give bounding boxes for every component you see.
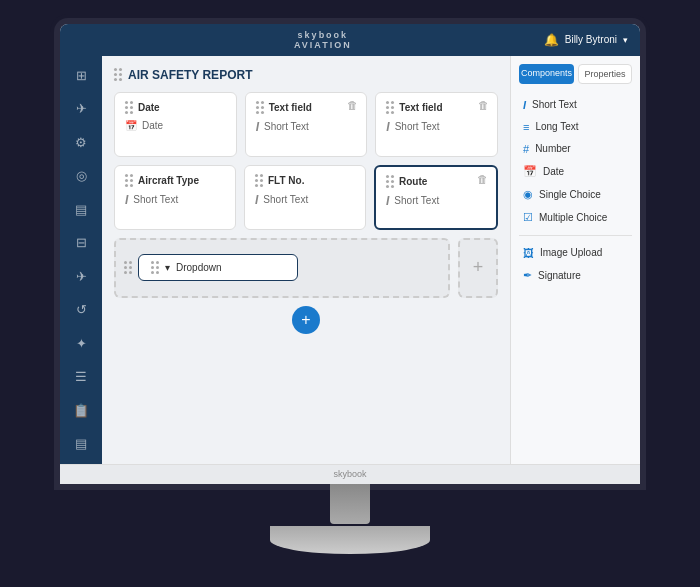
field-value-text: Short Text: [394, 195, 439, 206]
text-value-icon: I: [255, 193, 258, 207]
flt-no-field[interactable]: FLT No. I Short Text: [244, 165, 366, 230]
field-drag-handle[interactable]: [125, 174, 133, 187]
dropdown-row: ▾ Dropdown +: [114, 238, 498, 298]
stand-neck: [330, 484, 370, 524]
component-number[interactable]: # Number: [519, 138, 632, 160]
field-delete-icon[interactable]: 🗑: [347, 99, 358, 111]
user-name: Billy Bytroni: [565, 34, 617, 45]
field-drag-handle[interactable]: [386, 175, 394, 188]
monitor-stand: [270, 484, 430, 554]
field-value-text: Date: [142, 120, 163, 131]
field-title: Route: [399, 176, 427, 187]
text-field-2[interactable]: Text field 🗑 I Short Text: [375, 92, 498, 157]
panel-separator: [519, 235, 632, 236]
main-area: ⊞ ✈ ⚙ ◎ ▤ ⊟ ✈ ↺ ✦ ☰ 📋 ▤: [60, 56, 640, 464]
topbar: skybook AVIATION 🔔 Billy Bytroni ▾: [60, 24, 640, 56]
date-field[interactable]: Date 📅 Date: [114, 92, 237, 157]
component-short-text[interactable]: I Short Text: [519, 94, 632, 116]
field-delete-icon[interactable]: 🗑: [478, 99, 489, 111]
sidebar-icon-star[interactable]: ✦: [67, 332, 95, 356]
sidebar-icon-table[interactable]: ⊟: [67, 231, 95, 255]
drop-add-button[interactable]: +: [458, 238, 498, 298]
field-value-text: Short Text: [263, 194, 308, 205]
bell-icon[interactable]: 🔔: [544, 33, 559, 47]
sidebar: ⊞ ✈ ⚙ ◎ ▤ ⊟ ✈ ↺ ✦ ☰ 📋 ▤: [60, 56, 102, 464]
field-header: Route: [386, 175, 486, 188]
app-logo: skybook AVIATION: [294, 30, 352, 50]
field-title: Aircraft Type: [138, 175, 199, 186]
route-field[interactable]: Route 🗑 I Short Text: [374, 165, 498, 230]
component-label: Single Choice: [539, 189, 601, 200]
field-drag-handle[interactable]: [386, 101, 394, 114]
right-panel: Components Properties I Short Text ≡ Lon…: [510, 56, 640, 464]
monitor-screen: skybook AVIATION 🔔 Billy Bytroni ▾ ⊞ ✈ ⚙…: [60, 24, 640, 484]
sidebar-icon-paper[interactable]: ☰: [67, 365, 95, 389]
field-delete-icon[interactable]: 🗑: [477, 173, 488, 185]
text-value-icon: I: [386, 194, 389, 208]
component-label: Date: [543, 166, 564, 177]
sidebar-icon-grid[interactable]: ⊞: [67, 64, 95, 88]
sidebar-icon-docs[interactable]: ▤: [67, 198, 95, 222]
status-text: skybook: [333, 469, 366, 479]
text-field-1[interactable]: Text field 🗑 I Short Text: [245, 92, 368, 157]
sidebar-icon-settings[interactable]: ⚙: [67, 131, 95, 155]
signature-icon: ✒: [523, 269, 532, 282]
field-value: I Short Text: [255, 193, 355, 207]
date-value-icon: 📅: [125, 120, 137, 131]
tab-components[interactable]: Components: [519, 64, 574, 84]
component-signature[interactable]: ✒ Signature: [519, 264, 632, 287]
number-icon: #: [523, 143, 529, 155]
field-header: Text field: [386, 101, 487, 114]
field-value: I Short Text: [125, 193, 225, 207]
component-multiple-choice[interactable]: ☑ Multiple Choice: [519, 206, 632, 229]
component-label: Signature: [538, 270, 581, 281]
field-drag-handle[interactable]: [256, 101, 264, 114]
add-row-button[interactable]: +: [292, 306, 320, 334]
app: skybook AVIATION 🔔 Billy Bytroni ▾ ⊞ ✈ ⚙…: [60, 24, 640, 484]
aircraft-type-field[interactable]: Aircraft Type I Short Text: [114, 165, 236, 230]
text-value-icon: I: [386, 120, 389, 134]
sidebar-icon-chart[interactable]: ▤: [67, 432, 95, 456]
long-text-icon: ≡: [523, 121, 529, 133]
dropdown-field[interactable]: ▾ Dropdown: [138, 254, 298, 281]
component-long-text[interactable]: ≡ Long Text: [519, 116, 632, 138]
field-drag-handle[interactable]: [125, 101, 133, 114]
drop-area: ▾ Dropdown: [114, 238, 450, 298]
sidebar-icon-flight[interactable]: ✈: [67, 265, 95, 289]
tab-properties[interactable]: Properties: [578, 64, 632, 84]
field-drag-handle[interactable]: [124, 261, 132, 274]
field-drag-handle[interactable]: [255, 174, 263, 187]
monitor: skybook AVIATION 🔔 Billy Bytroni ▾ ⊞ ✈ ⚙…: [30, 24, 670, 564]
form-row-2: Aircraft Type I Short Text: [114, 165, 498, 230]
add-row-section: +: [114, 306, 498, 334]
field-value-text: Short Text: [395, 121, 440, 132]
drag-handle[interactable]: [114, 68, 122, 81]
component-label: Long Text: [535, 121, 578, 132]
field-value-text: Short Text: [264, 121, 309, 132]
component-date[interactable]: 📅 Date: [519, 160, 632, 183]
component-label: Short Text: [532, 99, 577, 110]
text-value-icon: I: [125, 193, 128, 207]
field-header: FLT No.: [255, 174, 355, 187]
sidebar-icon-plane[interactable]: ✈: [67, 97, 95, 121]
component-label: Number: [535, 143, 571, 154]
field-title: Text field: [269, 102, 312, 113]
field-title: Date: [138, 102, 160, 113]
sidebar-icon-report[interactable]: 📋: [67, 399, 95, 423]
component-label: Image Upload: [540, 247, 602, 258]
dropdown-drag[interactable]: [151, 261, 159, 274]
user-menu[interactable]: 🔔 Billy Bytroni ▾: [544, 33, 628, 47]
form-canvas: AIR SAFETY REPORT Date: [102, 56, 510, 464]
component-single-choice[interactable]: ◉ Single Choice: [519, 183, 632, 206]
field-value: I Short Text: [386, 120, 487, 134]
multiple-choice-icon: ☑: [523, 211, 533, 224]
component-image-upload[interactable]: 🖼 Image Upload: [519, 242, 632, 264]
sidebar-icon-target[interactable]: ◎: [67, 164, 95, 188]
chevron-down-icon: ▾: [623, 35, 628, 45]
sidebar-icon-recycle[interactable]: ↺: [67, 298, 95, 322]
field-value-text: Short Text: [133, 194, 178, 205]
single-choice-icon: ◉: [523, 188, 533, 201]
form-title: AIR SAFETY REPORT: [114, 68, 498, 82]
dropdown-label: Dropdown: [176, 262, 222, 273]
text-value-icon: I: [256, 120, 259, 134]
